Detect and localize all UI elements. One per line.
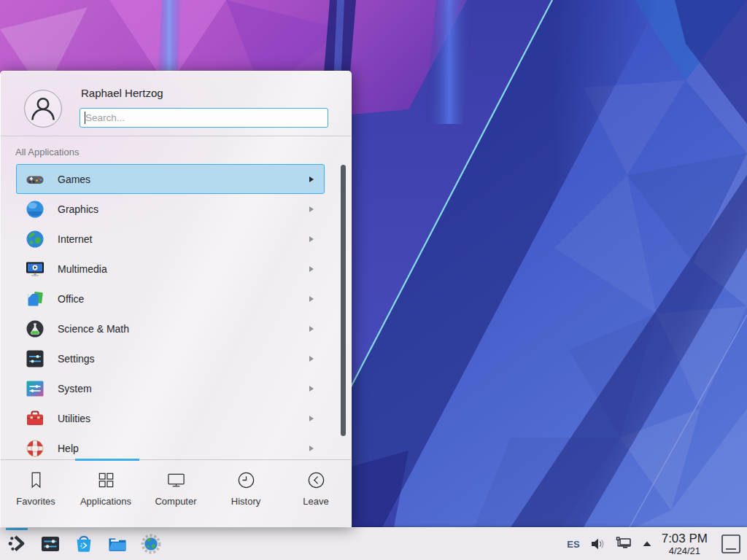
submenu-arrow-icon (309, 446, 314, 451)
globe-icon (25, 229, 45, 249)
submenu-arrow-icon (309, 416, 314, 421)
clock-widget[interactable]: 7:03 PM 4/24/21 (662, 532, 708, 556)
discover-icon[interactable] (73, 533, 95, 555)
category-label: Help (58, 443, 79, 454)
desktop: ES 7:03 PM 4/24/21 (0, 0, 747, 560)
tab-computer[interactable]: Computer (141, 460, 211, 507)
sphere-icon (25, 199, 45, 219)
gamepad-icon (25, 169, 45, 190)
bookmark-icon (26, 470, 46, 490)
system-tray: ES 7:03 PM 4/24/21 (567, 528, 747, 560)
category-label: Multimedia (58, 263, 107, 275)
user-name: Raphael Hertzog (81, 87, 163, 99)
caret-up-icon[interactable] (641, 538, 653, 550)
tab-label: History (231, 496, 260, 507)
category-label: Graphics (58, 203, 98, 215)
show-desktop-icon[interactable] (721, 534, 741, 554)
system-settings-icon[interactable] (39, 533, 61, 555)
tab-label: Favorites (16, 496, 55, 507)
toolbox-icon (25, 408, 45, 429)
tab-favorites[interactable]: Favorites (1, 460, 71, 507)
menu-header: Raphael Hertzog (1, 71, 351, 136)
submenu-arrow-icon (309, 356, 314, 362)
tab-label: Leave (303, 496, 328, 507)
application-category-list: Games Graphics Internet (1, 164, 351, 459)
taskbar: ES 7:03 PM 4/24/21 (0, 527, 747, 560)
category-label: Science & Math (58, 323, 129, 335)
category-label: System (58, 383, 92, 394)
clock-date: 4/24/21 (669, 545, 700, 556)
category-row-office[interactable]: Office (16, 284, 325, 314)
tab-label: Applications (80, 496, 131, 507)
category-label: Settings (58, 353, 95, 365)
category-row-games[interactable]: Games (16, 164, 325, 194)
category-row-utilities[interactable]: Utilities (16, 403, 325, 433)
file-manager-icon[interactable] (107, 533, 128, 555)
network-icon[interactable] (614, 535, 632, 553)
list-scrollbar[interactable] (341, 165, 346, 436)
user-avatar[interactable] (24, 90, 62, 128)
text-cursor (85, 112, 85, 124)
sliders-dark-icon (25, 349, 45, 369)
active-tab-indicator (75, 459, 139, 461)
documents-icon (25, 289, 45, 309)
leave-icon (306, 470, 326, 490)
tab-leave[interactable]: Leave (281, 460, 351, 507)
category-row-settings[interactable]: Settings (16, 343, 325, 373)
clock-icon (236, 470, 256, 490)
category-label: Internet (58, 233, 92, 245)
application-launcher-menu: Raphael Hertzog All Applications Games (0, 71, 352, 527)
category-row-system[interactable]: System (16, 373, 325, 403)
category-label: Utilities (58, 413, 90, 424)
sliders-color-icon (25, 378, 45, 399)
submenu-arrow-icon (309, 386, 314, 392)
tab-label: Computer (155, 496, 196, 507)
submenu-arrow-icon (309, 326, 314, 332)
taskbar-launchers (6, 528, 162, 560)
flask-icon (25, 319, 45, 339)
tab-history[interactable]: History (211, 460, 281, 507)
app-launcher-icon[interactable] (6, 533, 28, 555)
volume-icon[interactable] (589, 536, 605, 552)
search-input[interactable] (80, 108, 328, 128)
category-label: Games (58, 174, 90, 185)
menu-footer: Favorites Applications Computer (1, 459, 351, 527)
keyboard-layout-indicator[interactable]: ES (567, 539, 579, 550)
submenu-arrow-icon (309, 206, 314, 212)
category-row-science-math[interactable]: Science & Math (16, 314, 325, 343)
category-row-graphics[interactable]: Graphics (16, 194, 325, 224)
submenu-arrow-icon (309, 236, 314, 242)
grid-icon (96, 470, 116, 490)
submenu-arrow-icon (309, 176, 314, 182)
category-row-help[interactable]: Help (16, 433, 325, 459)
tab-applications[interactable]: Applications (71, 460, 141, 507)
monitor-play-icon (25, 259, 45, 279)
category-row-internet[interactable]: Internet (16, 224, 325, 254)
category-row-multimedia[interactable]: Multimedia (16, 254, 325, 284)
submenu-arrow-icon (309, 266, 314, 272)
submenu-arrow-icon (309, 296, 314, 302)
clock-time: 7:03 PM (662, 532, 708, 545)
web-browser-icon[interactable] (140, 533, 162, 555)
lifering-icon (25, 438, 45, 459)
computer-icon (166, 470, 186, 490)
category-label: Office (58, 293, 84, 305)
section-label: All Applications (15, 147, 79, 158)
